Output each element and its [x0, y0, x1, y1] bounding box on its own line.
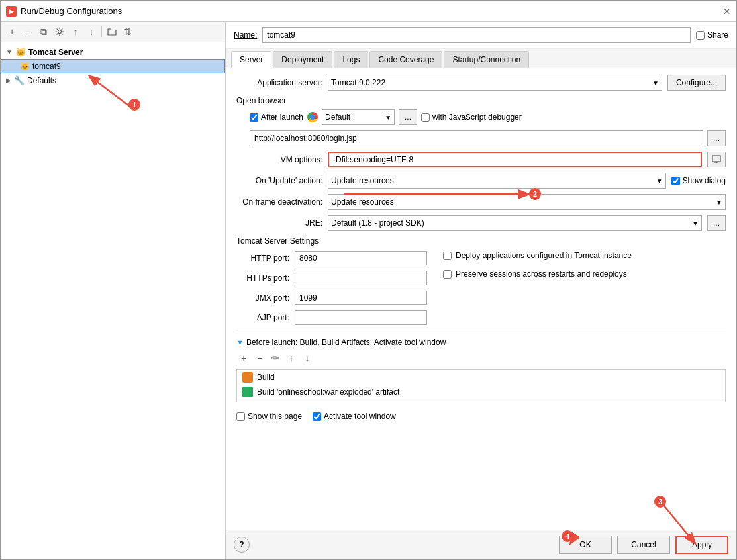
show-dialog-text: Show dialog: [683, 176, 726, 185]
add-config-button[interactable]: +: [5, 24, 19, 39]
tab-server[interactable]: Server: [231, 51, 271, 68]
vm-options-row: VM options:: [236, 152, 726, 167]
jre-select[interactable]: Default (1.8 - project SDK) ▼: [328, 215, 702, 231]
browser-row: After launch Default ▼ ... with Ja: [250, 109, 726, 125]
build-icon: [242, 372, 253, 383]
https-port-input[interactable]: [295, 271, 427, 285]
copy-config-button[interactable]: ⧉: [36, 24, 51, 39]
tab-deployment[interactable]: Deployment: [273, 51, 332, 68]
js-debugger-checkbox[interactable]: [421, 113, 430, 122]
on-update-row: On 'Update' action: Update resources ▼ S…: [236, 173, 726, 189]
vm-options-input[interactable]: [328, 152, 702, 167]
app-server-select[interactable]: Tomcat 9.0.222 ▼: [328, 75, 662, 91]
jre-more-button[interactable]: ...: [707, 215, 726, 231]
on-frame-label: On frame deactivation:: [236, 197, 322, 207]
on-frame-row: On frame deactivation: Update resources …: [236, 194, 726, 210]
before-launch-edit-button[interactable]: ✏: [268, 351, 283, 365]
app-icon: ▶: [6, 6, 17, 17]
on-update-select[interactable]: Update resources ▼: [328, 173, 666, 189]
defaults-arrow: ▶: [6, 77, 11, 84]
main-content: + − ⧉ ↑ ↓ ⇅ ▼ 🐱 Tomca: [1, 22, 736, 559]
bottom-bar: ? OK Cancel Apply: [226, 530, 736, 559]
tab-logs[interactable]: Logs: [334, 51, 368, 68]
on-frame-select-input[interactable]: Update resources: [328, 195, 725, 209]
tomcat9-item[interactable]: 🐱 tomcat9: [1, 59, 225, 73]
folder-button[interactable]: [105, 24, 119, 39]
after-launch-label: After launch: [261, 113, 303, 122]
activate-tool-label: Activate tool window: [313, 412, 396, 421]
jre-select-input[interactable]: Default (1.8 - project SDK): [328, 216, 701, 230]
tomcat-server-label: Tomcat Server: [28, 48, 83, 57]
cancel-button[interactable]: Cancel: [617, 536, 670, 554]
browser-select-input[interactable]: Default: [322, 110, 394, 124]
share-area: Share: [696, 30, 728, 40]
before-launch-up-button[interactable]: ↑: [284, 351, 299, 365]
url-more-button[interactable]: ...: [707, 130, 726, 146]
ajp-port-row: AJP port:: [236, 310, 427, 325]
server-settings-title: Tomcat Server Settings: [236, 236, 726, 246]
app-server-select-input[interactable]: Tomcat 9.0.222: [328, 75, 662, 90]
show-page-checkbox[interactable]: [236, 412, 245, 421]
ajp-port-label: AJP port:: [236, 313, 289, 322]
configure-button[interactable]: Configure...: [667, 75, 726, 91]
before-launch-add-button[interactable]: +: [236, 351, 251, 365]
on-update-select-input[interactable]: Update resources: [328, 173, 665, 188]
ok-button[interactable]: OK: [559, 536, 612, 554]
bottom-left: ?: [234, 537, 250, 553]
preserve-sessions-row: Preserve sessions across restarts and re…: [443, 269, 632, 279]
tomcat-server-group[interactable]: ▼ 🐱 Tomcat Server: [1, 45, 225, 59]
tab-code-coverage[interactable]: Code Coverage: [369, 51, 442, 68]
move-down-button[interactable]: ↓: [84, 24, 99, 39]
after-launch-checkbox[interactable]: [250, 113, 258, 122]
before-launch-artifact-item[interactable]: Build 'onlineschool:war exploded' artifa…: [237, 385, 725, 399]
move-up-button[interactable]: ↑: [68, 24, 83, 39]
jmx-port-input[interactable]: [295, 291, 427, 305]
js-debugger-label: with JavaScript debugger: [432, 113, 522, 122]
deploy-apps-label: Deploy applications configured in Tomcat…: [456, 251, 632, 260]
before-launch-down-button[interactable]: ↓: [300, 351, 315, 365]
http-port-input[interactable]: [295, 251, 427, 265]
https-port-label: HTTPs port:: [236, 273, 289, 283]
show-dialog-label: Show dialog: [671, 176, 726, 185]
activate-tool-checkbox[interactable]: [313, 412, 321, 421]
ports-right: Deploy applications configured in Tomcat…: [443, 251, 632, 325]
defaults-item[interactable]: ▶ 🔧 Defaults: [1, 73, 225, 87]
close-button[interactable]: ✕: [723, 6, 731, 17]
share-checkbox[interactable]: [696, 31, 705, 40]
before-launch-arrow[interactable]: ▼: [236, 338, 244, 346]
browser-select[interactable]: Default ▼: [322, 109, 395, 125]
defaults-label: Defaults: [27, 76, 56, 85]
show-dialog-checkbox[interactable]: [671, 177, 680, 185]
help-button[interactable]: ?: [234, 537, 250, 553]
title-bar-left: ▶ Run/Debug Configurations: [6, 6, 122, 17]
on-frame-select[interactable]: Update resources ▼: [328, 194, 726, 210]
vm-options-browse-button[interactable]: [707, 152, 726, 167]
apply-button[interactable]: Apply: [675, 536, 728, 554]
build-label: Build: [257, 373, 275, 382]
http-port-row: HTTP port:: [236, 251, 427, 265]
vm-options-label: VM options:: [236, 155, 322, 164]
on-update-label: On 'Update' action:: [236, 176, 322, 185]
name-input[interactable]: [262, 27, 691, 43]
before-launch-remove-button[interactable]: −: [252, 351, 267, 365]
remove-config-button[interactable]: −: [21, 24, 35, 39]
preserve-sessions-checkbox[interactable]: [443, 270, 452, 279]
artifact-icon: [242, 387, 253, 397]
sort-button[interactable]: ⇅: [121, 24, 135, 39]
artifact-label: Build 'onlineschool:war exploded' artifa…: [257, 387, 399, 397]
deploy-apps-checkbox[interactable]: [443, 252, 452, 260]
jmx-port-row: JMX port:: [236, 291, 427, 305]
browser-more-button[interactable]: ...: [399, 109, 417, 125]
tab-startup[interactable]: Startup/Connection: [444, 51, 529, 68]
open-browser-section: Open browser After launch Default ▼: [236, 96, 726, 146]
ajp-port-input[interactable]: [295, 310, 427, 325]
ports-grid: HTTP port: HTTPs port: JMX port:: [236, 251, 726, 325]
before-launch-header: ▼ Before launch: Build, Build Artifacts,…: [236, 338, 726, 347]
settings-config-button[interactable]: [52, 24, 67, 39]
left-toolbar: + − ⧉ ↑ ↓ ⇅: [1, 22, 225, 42]
http-port-label: HTTP port:: [236, 254, 289, 263]
jre-row: JRE: Default (1.8 - project SDK) ▼ ...: [236, 215, 726, 231]
url-input[interactable]: [250, 130, 703, 146]
before-launch-build-item[interactable]: Build: [237, 370, 725, 385]
show-page-label: Show this page: [236, 412, 302, 421]
